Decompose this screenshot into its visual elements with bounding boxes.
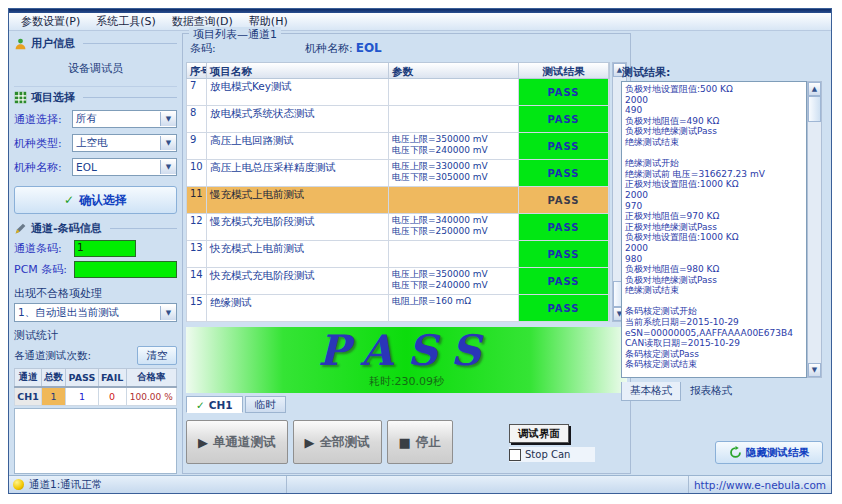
- stats-channel-cell: CH1: [15, 387, 42, 406]
- table-row[interactable]: 7 放电模式Key测试 PASS: [186, 79, 610, 106]
- pcm-barcode-input[interactable]: [74, 261, 177, 278]
- stats-header-row: 通道 总数 PASS FAIL 合格率: [15, 369, 177, 388]
- dropdown-arrow-icon[interactable]: ▼: [160, 112, 176, 126]
- stats-header-channel: 通道: [15, 369, 42, 388]
- dropdown-arrow-icon[interactable]: ▼: [160, 136, 176, 150]
- tab-report-format[interactable]: 报表格式: [682, 382, 740, 401]
- stats-rate-cell: 100.00 %: [126, 387, 176, 406]
- user-icon: [14, 37, 27, 50]
- scroll-down-icon[interactable]: ▼: [808, 363, 821, 377]
- item-list-group-title: 项目列表—通道1: [189, 27, 281, 42]
- dropdown-arrow-icon[interactable]: ▼: [160, 306, 176, 320]
- col-header-params: 参数: [389, 63, 519, 78]
- pass-result-text: PASS: [186, 328, 627, 374]
- play-icon: ▶: [305, 435, 315, 450]
- model-type-label: 机种类型:: [14, 136, 72, 151]
- clear-button[interactable]: 清空: [137, 346, 177, 365]
- main-panel: 项目列表—通道1 条码: 机种名称:EOL 序号 项目名称 参数 测试结果 7 …: [182, 33, 631, 474]
- channel-select-dropdown[interactable]: 所有 ▼: [72, 110, 177, 128]
- channel-barcode-row: 通道条码: 1: [14, 240, 177, 257]
- col-header-no: 序号: [187, 63, 207, 78]
- barcode-group-title: 通道-条码信息: [14, 221, 177, 236]
- user-info-group-title: 用户信息: [14, 36, 177, 51]
- channel-select-row: 通道选择: 所有 ▼: [14, 110, 177, 128]
- channel-stats-table: 通道 总数 PASS FAIL 合格率 CH1 1 1 0 100.00 %: [14, 368, 177, 406]
- table-row[interactable]: 15 绝缘测试 电阻上限=160 mΩ PASS: [186, 295, 610, 322]
- status-channel-section: 通道1:通讯正常: [9, 476, 287, 493]
- channel-select-label: 通道选择:: [14, 112, 72, 127]
- barcode-label: 条码:: [190, 42, 216, 55]
- table-row[interactable]: 8 放电模式系统状态测试 PASS: [186, 106, 610, 133]
- tab-ch1[interactable]: ✓ CH1: [186, 396, 243, 413]
- table-row[interactable]: 14 快充模式充电阶段测试 电压上限=350000 mV 电压下限=240000…: [186, 268, 610, 295]
- result-panel-title: 测试结果:: [622, 65, 670, 80]
- stats-pass-cell: 1: [66, 387, 99, 406]
- result-badge: PASS: [519, 268, 609, 295]
- stats-title: 测试统计: [14, 328, 177, 343]
- stop-icon: ■: [399, 435, 411, 450]
- test-items-table: 序号 项目名称 参数 测试结果 7 放电模式Key测试 PASS 8 放电模式系…: [186, 62, 610, 322]
- test-result-log[interactable]: 负极对地设置阻值:500 KΩ 2000 490 负极对地阻值=490 KΩ 负…: [621, 81, 807, 378]
- result-badge: PASS: [519, 241, 609, 268]
- status-ball-icon: [13, 479, 24, 490]
- menu-item-system-tools[interactable]: 系统工具(S): [88, 13, 164, 30]
- project-grid-icon: [14, 91, 27, 104]
- pass-banner: PASS 耗时:230.09秒: [186, 327, 627, 393]
- debug-panel-button[interactable]: 调试界面: [509, 424, 569, 443]
- format-tabs: 基本格式 报表格式: [621, 382, 740, 401]
- fail-handling-title: 出现不合格项处理: [14, 286, 177, 301]
- col-header-name: 项目名称: [207, 63, 389, 78]
- model-name-dropdown[interactable]: EOL ▼: [72, 158, 177, 176]
- model-name-label: 机种名称:: [14, 160, 72, 175]
- test-control-buttons: ▶ 单通道测试 ▶ 全部测试 ■ 停止: [186, 420, 453, 464]
- tab-basic-format[interactable]: 基本格式: [621, 382, 681, 401]
- main-info-row: 条码: 机种名称:EOL: [190, 41, 608, 55]
- stats-header-rate: 合格率: [126, 369, 176, 388]
- col-header-result: 测试结果: [519, 63, 609, 78]
- scrollbar-thumb[interactable]: [808, 96, 821, 122]
- result-badge: PASS: [519, 160, 609, 187]
- table-row[interactable]: 10 高压上电总压采样精度测试 电压上限=330000 mV 电压下限=3050…: [186, 160, 610, 187]
- dropdown-arrow-icon[interactable]: ▼: [160, 160, 176, 174]
- channel-tabs: ✓ CH1 临时: [186, 396, 286, 413]
- table-row-selected[interactable]: 11 慢充模式上电前测试 PASS: [186, 187, 610, 214]
- confirm-selection-button[interactable]: ✓ 确认选择: [14, 186, 177, 214]
- stop-can-checkbox-row[interactable]: Stop Can: [509, 447, 595, 462]
- table-row[interactable]: 9 高压上电回路测试 电压上限=350000 mV 电压下限=240000 mV…: [186, 133, 610, 160]
- sidebar-empty-panel: [14, 408, 177, 474]
- test-items-header: 序号 项目名称 参数 测试结果: [186, 62, 610, 79]
- app-window: 参数设置(P) 系统工具(S) 数据查询(D) 帮助(H) 用户信息 设备调试员…: [8, 8, 832, 494]
- scroll-up-icon[interactable]: ▲: [808, 82, 821, 96]
- model-type-dropdown[interactable]: 上空电 ▼: [72, 134, 177, 152]
- elapsed-time: 耗时:230.09秒: [186, 374, 627, 389]
- result-badge: PASS: [519, 295, 609, 322]
- refresh-icon: [729, 446, 742, 459]
- stats-row-ch1[interactable]: CH1 1 1 0 100.00 %: [15, 387, 177, 406]
- all-test-button[interactable]: ▶ 全部测试: [293, 420, 382, 464]
- fail-handling-dropdown[interactable]: 1、自动退出当前测试 ▼: [14, 303, 177, 322]
- tab-temp[interactable]: 临时: [245, 396, 286, 413]
- play-icon: ▶: [198, 435, 208, 450]
- single-channel-test-button[interactable]: ▶ 单通道测试: [186, 420, 288, 464]
- model-type-row: 机种类型: 上空电 ▼: [14, 134, 177, 152]
- stop-can-checkbox[interactable]: [509, 449, 521, 461]
- stop-button[interactable]: ■ 停止: [387, 420, 453, 464]
- channel-barcode-input[interactable]: 1: [74, 240, 136, 257]
- project-select-group-title: 项目选择: [14, 90, 177, 105]
- pcm-barcode-label: PCM 条码:: [14, 262, 74, 277]
- stats-total-cell: 1: [41, 387, 65, 406]
- hide-results-button[interactable]: 隐藏测试结果: [715, 441, 823, 464]
- status-bar: 通道1:通讯正常 http://www.e-nebula.com: [9, 475, 831, 493]
- check-icon: ✓: [64, 193, 74, 207]
- table-row[interactable]: 12 慢充模式充电阶段测试 电压上限=340000 mV 电压下限=250000…: [186, 214, 610, 241]
- stats-header-fail: FAIL: [98, 369, 126, 388]
- table-row[interactable]: 13 快充模式上电前测试 PASS: [186, 241, 610, 268]
- pcm-barcode-row: PCM 条码:: [14, 261, 177, 278]
- log-scrollbar[interactable]: ▲ ▼: [807, 81, 822, 378]
- result-badge: PASS: [519, 214, 609, 241]
- sidebar: 用户信息 设备调试员 项目选择 通道选择: 所有 ▼ 机种类型: 上空电 ▼: [14, 33, 177, 474]
- stop-can-label: Stop Can: [525, 449, 570, 460]
- menu-bar: 参数设置(P) 系统工具(S) 数据查询(D) 帮助(H): [9, 13, 831, 31]
- menu-item-parameter-settings[interactable]: 参数设置(P): [13, 13, 88, 30]
- model-name-display: 机种名称:EOL: [305, 41, 382, 56]
